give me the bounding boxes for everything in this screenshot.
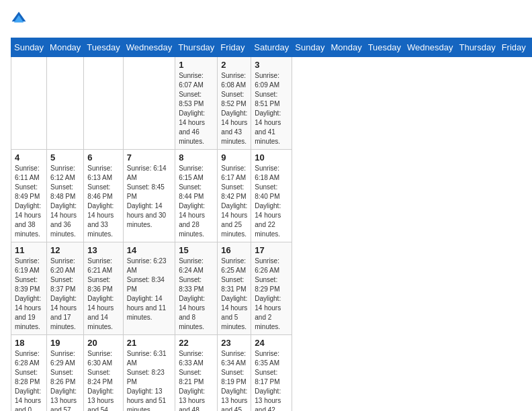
day-number: 14 bbox=[127, 245, 171, 255]
day-info: Sunrise: 6:30 AM Sunset: 8:24 PM Dayligh… bbox=[87, 349, 119, 411]
calendar-cell: 2Sunrise: 6:08 AM Sunset: 8:52 PM Daylig… bbox=[218, 57, 251, 150]
day-number: 23 bbox=[221, 338, 247, 348]
day-number: 5 bbox=[50, 152, 80, 163]
calendar-cell: 19Sunrise: 6:29 AM Sunset: 8:26 PM Dayli… bbox=[47, 335, 84, 412]
col-header-tuesday: Tuesday bbox=[365, 38, 404, 57]
day-number: 6 bbox=[87, 152, 119, 163]
calendar-week-3: 11Sunrise: 6:19 AM Sunset: 8:39 PM Dayli… bbox=[11, 242, 533, 335]
day-info: Sunrise: 6:33 AM Sunset: 8:21 PM Dayligh… bbox=[179, 349, 214, 411]
day-number: 21 bbox=[127, 338, 171, 348]
day-number: 4 bbox=[15, 152, 43, 163]
day-info: Sunrise: 6:11 AM Sunset: 8:49 PM Dayligh… bbox=[15, 164, 43, 239]
col-header-saturday: Saturday bbox=[251, 38, 292, 57]
col-header-thursday: Thursday bbox=[175, 38, 218, 57]
day-info: Sunrise: 6:08 AM Sunset: 8:52 PM Dayligh… bbox=[221, 71, 247, 146]
day-info: Sunrise: 6:20 AM Sunset: 8:37 PM Dayligh… bbox=[50, 257, 80, 332]
day-number: 2 bbox=[221, 60, 247, 70]
calendar-cell: 22Sunrise: 6:33 AM Sunset: 8:21 PM Dayli… bbox=[175, 335, 218, 412]
calendar-cell: 11Sunrise: 6:19 AM Sunset: 8:39 PM Dayli… bbox=[11, 242, 47, 335]
day-number: 20 bbox=[87, 338, 119, 348]
col-header-friday: Friday bbox=[498, 38, 529, 57]
calendar-cell bbox=[84, 57, 123, 150]
calendar-cell: 1Sunrise: 6:07 AM Sunset: 8:53 PM Daylig… bbox=[175, 57, 218, 150]
day-number: 24 bbox=[255, 338, 288, 348]
calendar-cell: 4Sunrise: 6:11 AM Sunset: 8:49 PM Daylig… bbox=[11, 150, 47, 242]
col-header-tuesday: Tuesday bbox=[84, 38, 123, 57]
day-info: Sunrise: 6:34 AM Sunset: 8:19 PM Dayligh… bbox=[221, 349, 247, 411]
day-number: 16 bbox=[221, 245, 247, 255]
day-number: 11 bbox=[15, 245, 43, 255]
day-number: 3 bbox=[255, 60, 288, 70]
day-info: Sunrise: 6:28 AM Sunset: 8:28 PM Dayligh… bbox=[15, 349, 43, 411]
day-number: 1 bbox=[179, 60, 214, 70]
day-number: 8 bbox=[179, 152, 214, 163]
col-header-sunday: Sunday bbox=[292, 38, 328, 57]
day-number: 22 bbox=[179, 338, 214, 348]
day-info: Sunrise: 6:29 AM Sunset: 8:26 PM Dayligh… bbox=[50, 349, 80, 411]
col-header-wednesday: Wednesday bbox=[404, 38, 456, 57]
calendar-header-row: SundayMondayTuesdayWednesdayThursdayFrid… bbox=[11, 38, 533, 57]
calendar-cell: 5Sunrise: 6:12 AM Sunset: 8:48 PM Daylig… bbox=[47, 150, 84, 242]
calendar-cell: 6Sunrise: 6:13 AM Sunset: 8:46 PM Daylig… bbox=[84, 150, 123, 242]
calendar-table: SundayMondayTuesdayWednesdayThursdayFrid… bbox=[11, 38, 532, 411]
calendar-cell: 10Sunrise: 6:18 AM Sunset: 8:40 PM Dayli… bbox=[251, 150, 292, 242]
calendar-cell: 24Sunrise: 6:35 AM Sunset: 8:17 PM Dayli… bbox=[251, 335, 292, 412]
calendar-cell bbox=[11, 57, 47, 150]
day-info: Sunrise: 6:19 AM Sunset: 8:39 PM Dayligh… bbox=[15, 257, 43, 332]
col-header-thursday: Thursday bbox=[456, 38, 498, 57]
calendar-cell: 8Sunrise: 6:15 AM Sunset: 8:44 PM Daylig… bbox=[175, 150, 218, 242]
day-info: Sunrise: 6:09 AM Sunset: 8:51 PM Dayligh… bbox=[255, 71, 288, 146]
col-header-wednesday: Wednesday bbox=[123, 38, 175, 57]
calendar-cell: 12Sunrise: 6:20 AM Sunset: 8:37 PM Dayli… bbox=[47, 242, 84, 335]
calendar-cell: 17Sunrise: 6:26 AM Sunset: 8:29 PM Dayli… bbox=[251, 242, 292, 335]
col-header-monday: Monday bbox=[328, 38, 365, 57]
day-number: 10 bbox=[255, 152, 288, 163]
calendar-cell: 16Sunrise: 6:25 AM Sunset: 8:31 PM Dayli… bbox=[218, 242, 251, 335]
col-header-friday: Friday bbox=[218, 38, 251, 57]
day-number: 9 bbox=[221, 152, 247, 163]
day-info: Sunrise: 6:17 AM Sunset: 8:42 PM Dayligh… bbox=[221, 164, 247, 239]
day-info: Sunrise: 6:12 AM Sunset: 8:48 PM Dayligh… bbox=[50, 164, 80, 239]
day-number: 7 bbox=[127, 152, 171, 163]
calendar-cell: 13Sunrise: 6:21 AM Sunset: 8:36 PM Dayli… bbox=[84, 242, 123, 335]
day-number: 13 bbox=[87, 245, 119, 255]
calendar-week-1: 1Sunrise: 6:07 AM Sunset: 8:53 PM Daylig… bbox=[11, 57, 533, 150]
day-info: Sunrise: 6:21 AM Sunset: 8:36 PM Dayligh… bbox=[87, 257, 119, 332]
calendar-cell: 15Sunrise: 6:24 AM Sunset: 8:33 PM Dayli… bbox=[175, 242, 218, 335]
logo bbox=[11, 11, 30, 27]
col-header-monday: Monday bbox=[47, 38, 84, 57]
calendar-cell: 7Sunrise: 6:14 AM Sunset: 8:45 PM Daylig… bbox=[123, 150, 175, 242]
day-info: Sunrise: 6:15 AM Sunset: 8:44 PM Dayligh… bbox=[179, 164, 214, 239]
calendar-cell: 21Sunrise: 6:31 AM Sunset: 8:23 PM Dayli… bbox=[123, 335, 175, 412]
calendar-cell: 14Sunrise: 6:23 AM Sunset: 8:34 PM Dayli… bbox=[123, 242, 175, 335]
calendar-week-2: 4Sunrise: 6:11 AM Sunset: 8:49 PM Daylig… bbox=[11, 150, 533, 242]
day-info: Sunrise: 6:18 AM Sunset: 8:40 PM Dayligh… bbox=[255, 164, 288, 239]
day-info: Sunrise: 6:31 AM Sunset: 8:23 PM Dayligh… bbox=[127, 349, 171, 411]
day-number: 15 bbox=[179, 245, 214, 255]
col-header-saturday: Saturday bbox=[529, 38, 532, 57]
calendar-cell: 9Sunrise: 6:17 AM Sunset: 8:42 PM Daylig… bbox=[218, 150, 251, 242]
calendar-cell: 18Sunrise: 6:28 AM Sunset: 8:28 PM Dayli… bbox=[11, 335, 47, 412]
calendar-cell bbox=[123, 57, 175, 150]
page-header bbox=[11, 11, 521, 27]
day-number: 17 bbox=[255, 245, 288, 255]
day-info: Sunrise: 6:26 AM Sunset: 8:29 PM Dayligh… bbox=[255, 257, 288, 332]
day-info: Sunrise: 6:07 AM Sunset: 8:53 PM Dayligh… bbox=[179, 71, 214, 146]
day-info: Sunrise: 6:14 AM Sunset: 8:45 PM Dayligh… bbox=[127, 164, 171, 230]
calendar-cell: 20Sunrise: 6:30 AM Sunset: 8:24 PM Dayli… bbox=[84, 335, 123, 412]
day-info: Sunrise: 6:24 AM Sunset: 8:33 PM Dayligh… bbox=[179, 257, 214, 332]
logo-icon bbox=[11, 11, 27, 27]
day-number: 19 bbox=[50, 338, 80, 348]
day-info: Sunrise: 6:23 AM Sunset: 8:34 PM Dayligh… bbox=[127, 257, 171, 322]
calendar-cell: 3Sunrise: 6:09 AM Sunset: 8:51 PM Daylig… bbox=[251, 57, 292, 150]
day-info: Sunrise: 6:25 AM Sunset: 8:31 PM Dayligh… bbox=[221, 257, 247, 332]
col-header-sunday: Sunday bbox=[11, 38, 47, 57]
day-info: Sunrise: 6:35 AM Sunset: 8:17 PM Dayligh… bbox=[255, 349, 288, 411]
day-info: Sunrise: 6:13 AM Sunset: 8:46 PM Dayligh… bbox=[87, 164, 119, 239]
calendar-week-4: 18Sunrise: 6:28 AM Sunset: 8:28 PM Dayli… bbox=[11, 335, 533, 412]
calendar-cell: 23Sunrise: 6:34 AM Sunset: 8:19 PM Dayli… bbox=[218, 335, 251, 412]
calendar-cell bbox=[47, 57, 84, 150]
day-number: 18 bbox=[15, 338, 43, 348]
day-number: 12 bbox=[50, 245, 80, 255]
